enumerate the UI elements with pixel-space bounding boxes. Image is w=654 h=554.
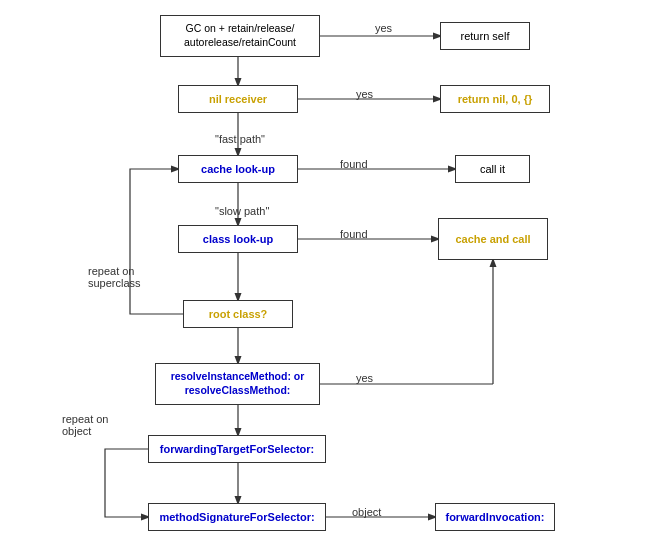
gc-on-label: GC on + retain/release/ autorelease/reta… (184, 22, 296, 49)
nil-receiver-label: nil receiver (209, 92, 267, 106)
repeat-object-label: repeat on object (62, 413, 108, 437)
yes2-label: yes (356, 88, 373, 100)
return-self-node: return self (440, 22, 530, 50)
yes1-label: yes (375, 22, 392, 34)
method-signature-node: methodSignatureForSelector: (148, 503, 326, 531)
diagram-container: GC on + retain/release/ autorelease/reta… (0, 0, 654, 554)
slow-path-label: "slow path" (215, 205, 269, 217)
method-signature-label: methodSignatureForSelector: (159, 510, 314, 524)
resolve-method-node: resolveInstanceMethod: or resolveClassMe… (155, 363, 320, 405)
forwarding-target-label: forwardingTargetForSelector: (160, 442, 314, 456)
forward-invocation-label: forwardInvocation: (445, 510, 544, 524)
cache-and-call-node: cache and call (438, 218, 548, 260)
forward-invocation-node: forwardInvocation: (435, 503, 555, 531)
return-self-label: return self (461, 29, 510, 43)
return-nil-node: return nil, 0, {} (440, 85, 550, 113)
class-lookup-label: class look-up (203, 232, 273, 246)
found2-label: found (340, 228, 368, 240)
call-it-label: call it (480, 162, 505, 176)
repeat-superclass-label: repeat on superclass (88, 265, 141, 289)
nil-receiver-node: nil receiver (178, 85, 298, 113)
resolve-method-label: resolveInstanceMethod: or resolveClassMe… (171, 370, 305, 397)
root-class-node: root class? (183, 300, 293, 328)
yes3-label: yes (356, 372, 373, 384)
gc-on-node: GC on + retain/release/ autorelease/reta… (160, 15, 320, 57)
object-label: object (352, 506, 381, 518)
root-class-label: root class? (209, 307, 268, 321)
fast-path-label: "fast path" (215, 133, 265, 145)
cache-lookup-node: cache look-up (178, 155, 298, 183)
call-it-node: call it (455, 155, 530, 183)
found1-label: found (340, 158, 368, 170)
cache-lookup-label: cache look-up (201, 162, 275, 176)
return-nil-label: return nil, 0, {} (458, 92, 533, 106)
class-lookup-node: class look-up (178, 225, 298, 253)
cache-and-call-label: cache and call (455, 232, 530, 246)
forwarding-target-node: forwardingTargetForSelector: (148, 435, 326, 463)
